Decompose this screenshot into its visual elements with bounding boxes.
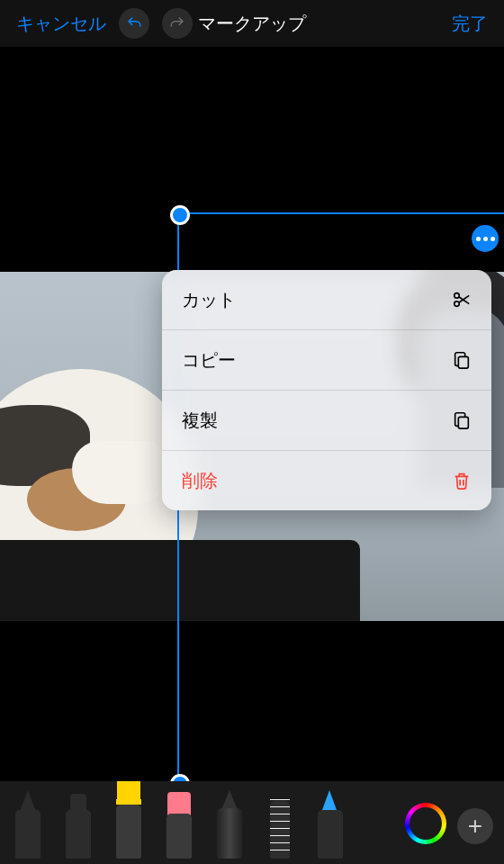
ledge-illustration [0, 540, 360, 621]
duplicate-icon [452, 410, 472, 430]
tool-highlighter[interactable] [112, 781, 146, 859]
context-menu: カット コピー 複製 削除 [162, 270, 491, 510]
scissors-icon [452, 290, 472, 310]
tool-eraser[interactable] [162, 792, 196, 859]
svg-rect-3 [458, 417, 468, 428]
selection-edge-top [177, 212, 504, 214]
tool-list [11, 781, 396, 859]
trash-icon [452, 471, 472, 490]
undo-icon [126, 15, 142, 32]
tool-marker[interactable] [61, 792, 95, 859]
menu-cut[interactable]: カット [162, 270, 491, 330]
menu-label: 削除 [182, 469, 218, 493]
svg-rect-2 [458, 356, 468, 368]
copy-icon [452, 350, 472, 370]
top-bar: キャンセル マークアップ 完了 [0, 0, 504, 47]
plus-icon: + [468, 812, 482, 841]
menu-delete[interactable]: 削除 [162, 451, 491, 510]
cat-paw-illustration [72, 441, 171, 504]
ellipsis-icon [476, 237, 481, 241]
menu-duplicate[interactable]: 複製 [162, 391, 491, 451]
undo-button[interactable] [119, 8, 149, 39]
menu-label: カット [182, 288, 236, 312]
done-button[interactable]: 完了 [452, 12, 488, 36]
redo-button [162, 8, 193, 39]
selection-menu-button[interactable] [472, 225, 499, 252]
menu-label: コピー [182, 348, 236, 373]
add-button[interactable]: + [457, 808, 493, 844]
tool-ruler[interactable] [263, 792, 297, 859]
tool-blue-pen[interactable] [313, 792, 347, 859]
color-picker[interactable] [405, 803, 446, 844]
menu-copy[interactable]: コピー [162, 330, 491, 391]
tool-fine-pen[interactable] [11, 792, 45, 859]
tool-pencil[interactable] [212, 792, 247, 859]
redo-icon [169, 15, 185, 32]
tool-bar: + [0, 781, 504, 864]
cancel-button[interactable]: キャンセル [16, 12, 106, 36]
menu-label: 複製 [182, 409, 218, 433]
selection-handle-top[interactable] [170, 205, 190, 225]
page-title: マークアップ [198, 12, 306, 36]
